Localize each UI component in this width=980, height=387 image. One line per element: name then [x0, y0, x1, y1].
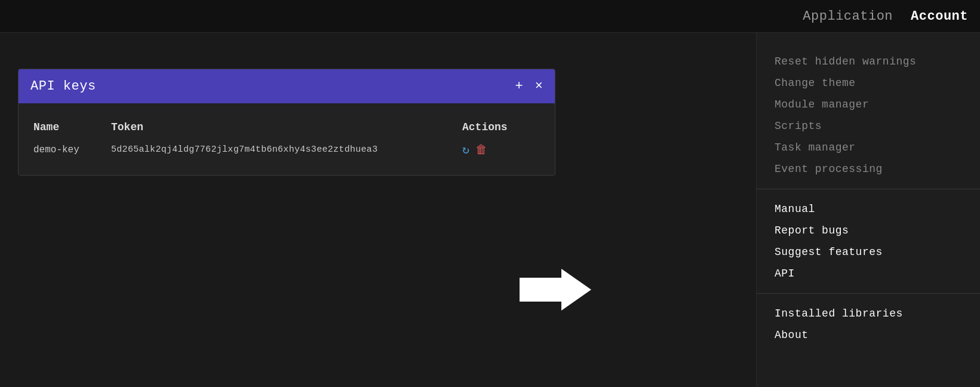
sidebar-section-2: Manual Report bugs Suggest features API — [757, 189, 980, 287]
sidebar-item-about[interactable]: About — [757, 324, 980, 346]
dialog-title: API keys — [30, 79, 96, 94]
sidebar-item-module-manager[interactable]: Module manager — [757, 94, 980, 115]
dialog-body: Name Token Actions demo-key 5d265alk2qj4… — [19, 103, 555, 175]
sidebar-item-report-bugs[interactable]: Report bugs — [757, 220, 980, 241]
dialog-header-actions: + × — [515, 80, 543, 93]
sidebar-item-suggest-features[interactable]: Suggest features — [757, 241, 980, 263]
table-row: demo-key 5d265alk2qj4ldg7762jlxg7m4tb6n6… — [33, 142, 540, 157]
main-content: API keys + × Name Token Actions demo-key… — [0, 33, 980, 387]
sidebar-item-api[interactable]: API — [757, 263, 980, 284]
nav-application[interactable]: Application — [803, 9, 893, 24]
add-key-button[interactable]: + — [515, 80, 523, 93]
column-header-token: Token — [111, 121, 462, 133]
sidebar-item-reset-hidden-warnings[interactable]: Reset hidden warnings — [757, 51, 980, 72]
sidebar-item-change-theme[interactable]: Change theme — [757, 72, 980, 94]
column-header-name: Name — [33, 121, 111, 133]
svg-marker-0 — [520, 269, 591, 311]
key-actions: ↻ 🗑 — [462, 142, 540, 157]
dialog-header: API keys + × — [19, 69, 555, 103]
sidebar-item-task-manager[interactable]: Task manager — [757, 137, 980, 158]
sidebar-item-event-processing[interactable]: Event processing — [757, 158, 980, 180]
left-panel: API keys + × Name Token Actions demo-key… — [0, 33, 756, 387]
key-name: demo-key — [33, 145, 111, 155]
key-token: 5d265alk2qj4ldg7762jlxg7m4tb6n6xhy4s3ee2… — [111, 145, 462, 155]
sidebar-item-manual[interactable]: Manual — [757, 198, 980, 220]
sidebar-item-scripts[interactable]: Scripts — [757, 115, 980, 137]
arrow-indicator — [520, 266, 591, 314]
right-panel: Reset hidden warnings Change theme Modul… — [756, 33, 980, 387]
sidebar-section-3: Installed libraries About — [757, 293, 980, 349]
nav-account[interactable]: Account — [911, 9, 968, 24]
close-dialog-button[interactable]: × — [535, 80, 543, 93]
sidebar-item-installed-libraries[interactable]: Installed libraries — [757, 303, 980, 324]
delete-key-icon[interactable]: 🗑 — [475, 143, 487, 157]
api-keys-dialog: API keys + × Name Token Actions demo-key… — [18, 69, 555, 176]
top-nav: Application Account — [0, 0, 980, 33]
sidebar-section-1: Reset hidden warnings Change theme Modul… — [757, 48, 980, 183]
column-header-actions: Actions — [462, 121, 540, 133]
refresh-key-icon[interactable]: ↻ — [462, 142, 469, 157]
table-header: Name Token Actions — [33, 121, 540, 133]
